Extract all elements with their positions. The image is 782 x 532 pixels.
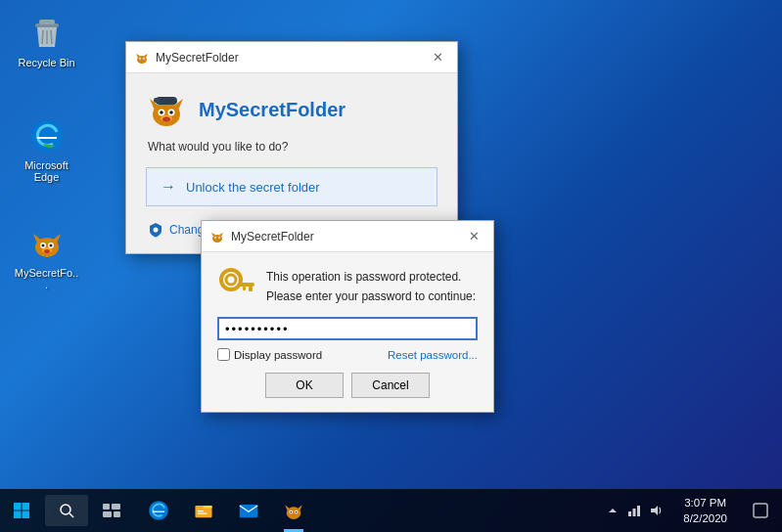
svg-rect-55 — [114, 511, 120, 517]
main-app-icon — [146, 89, 187, 130]
svg-point-21 — [143, 58, 144, 59]
mysecretfolder-desktop-label: MySecretFo... — [14, 267, 79, 290]
svg-rect-53 — [112, 504, 120, 510]
svg-point-50 — [61, 505, 70, 514]
svg-marker-68 — [609, 509, 617, 512]
svg-rect-69 — [628, 511, 631, 516]
main-dialog-app-title: MySecretFolder — [199, 99, 345, 121]
svg-point-67 — [296, 511, 298, 513]
volume-status-icon — [649, 504, 663, 517]
svg-rect-1 — [39, 20, 55, 24]
network-icon[interactable] — [626, 503, 642, 518]
taskbar: 3:07 PM 8/2/2020 — [0, 489, 782, 532]
ok-button[interactable]: OK — [265, 373, 344, 398]
chevron-up-icon — [608, 506, 618, 515]
task-view-icon — [103, 504, 120, 517]
edge-icon — [27, 116, 67, 155]
password-dialog-title-text: MySecretFolder — [231, 230, 462, 244]
password-input[interactable] — [217, 317, 478, 340]
svg-rect-54 — [103, 511, 112, 517]
svg-point-39 — [214, 237, 215, 238]
tray-overflow-icon[interactable] — [605, 503, 621, 518]
clock-time: 3:07 PM — [684, 495, 726, 510]
windows-logo-icon — [13, 502, 30, 519]
svg-point-30 — [162, 117, 170, 122]
desktop-icon-mysecretfolder[interactable]: MySecretFo... — [10, 220, 83, 294]
main-dialog-subtitle: What would you like to do? — [148, 140, 437, 154]
svg-rect-47 — [23, 503, 30, 510]
task-view-button[interactable] — [90, 489, 133, 532]
main-dialog-title-text: MySecretFolder — [156, 51, 426, 65]
network-status-icon — [627, 504, 641, 517]
svg-point-27 — [160, 111, 163, 114]
svg-rect-49 — [23, 511, 30, 519]
svg-line-2 — [42, 30, 43, 44]
password-dialog-title-icon — [209, 229, 225, 244]
svg-rect-32 — [154, 98, 160, 103]
svg-rect-70 — [633, 509, 636, 516]
clock-date: 8/2/2020 — [683, 510, 727, 526]
password-dialog: MySecretFolder ✕ This operation is passw… — [201, 220, 494, 413]
desktop-icon-recycle-bin[interactable]: Recycle Bin — [10, 10, 83, 72]
key-icon — [217, 266, 254, 303]
taskbar-mail-icon[interactable] — [227, 489, 270, 532]
display-password-label: Display password — [234, 349, 322, 361]
svg-point-66 — [290, 511, 292, 513]
svg-point-33 — [154, 228, 159, 233]
unlock-button-label: Unlock the secret folder — [186, 180, 320, 195]
notification-button[interactable] — [739, 489, 782, 532]
cancel-button[interactable]: Cancel — [351, 373, 430, 398]
unlock-arrow-icon: → — [161, 178, 176, 196]
taskbar-mysecretfolder-icon[interactable] — [272, 489, 315, 532]
volume-icon[interactable] — [648, 503, 664, 518]
pwd-message-line2: Please enter your password to continue: — [266, 286, 476, 305]
display-password-checkbox[interactable] — [217, 348, 230, 361]
edge-label: Microsoft Edge — [14, 159, 79, 183]
search-icon — [59, 503, 74, 518]
taskbar-explorer-icon[interactable] — [182, 489, 225, 532]
main-dialog-titlebar: MySecretFolder ✕ — [126, 42, 457, 73]
password-dialog-titlebar: MySecretFolder ✕ — [202, 221, 493, 252]
recycle-bin-icon — [27, 14, 67, 53]
svg-point-20 — [139, 58, 140, 59]
start-button[interactable] — [0, 489, 43, 532]
recycle-bin-label: Recycle Bin — [18, 57, 74, 68]
svg-rect-46 — [14, 503, 22, 510]
taskbar-edge-icon[interactable] — [137, 489, 180, 532]
svg-rect-59 — [198, 512, 207, 513]
svg-rect-73 — [754, 504, 767, 517]
svg-rect-44 — [249, 287, 253, 291]
svg-rect-45 — [243, 287, 246, 290]
pwd-message-line1: This operation is password protected. — [266, 266, 476, 286]
svg-marker-72 — [651, 506, 658, 515]
notification-icon — [753, 503, 768, 518]
mysecretfolder-desktop-icon — [27, 224, 67, 263]
main-dialog-title-icon — [134, 50, 150, 66]
svg-line-4 — [51, 30, 52, 44]
svg-line-51 — [69, 513, 73, 517]
svg-rect-58 — [198, 510, 204, 511]
taskbar-clock[interactable]: 3:07 PM 8/2/2020 — [671, 489, 739, 532]
shield-settings-icon — [148, 222, 163, 238]
svg-point-28 — [169, 111, 173, 114]
unlock-button[interactable]: → Unlock the secret folder — [146, 167, 437, 206]
svg-rect-71 — [637, 506, 640, 516]
desktop-icon-edge[interactable]: Microsoft Edge — [10, 112, 83, 187]
svg-point-42 — [226, 275, 236, 285]
main-dialog-close-button[interactable]: ✕ — [426, 48, 449, 67]
svg-point-41 — [221, 270, 241, 289]
svg-point-12 — [49, 244, 52, 247]
svg-rect-48 — [14, 511, 22, 519]
svg-rect-43 — [239, 283, 254, 287]
password-dialog-close-button[interactable]: ✕ — [462, 227, 485, 246]
svg-point-14 — [44, 249, 50, 253]
taskbar-search[interactable] — [45, 495, 88, 526]
svg-point-40 — [218, 237, 219, 238]
desktop: Recycle Bin Microsoft Edge — [0, 0, 782, 532]
svg-point-11 — [41, 244, 44, 247]
system-tray — [597, 503, 671, 518]
svg-rect-52 — [103, 504, 110, 510]
reset-password-link[interactable]: Reset password... — [388, 349, 478, 361]
